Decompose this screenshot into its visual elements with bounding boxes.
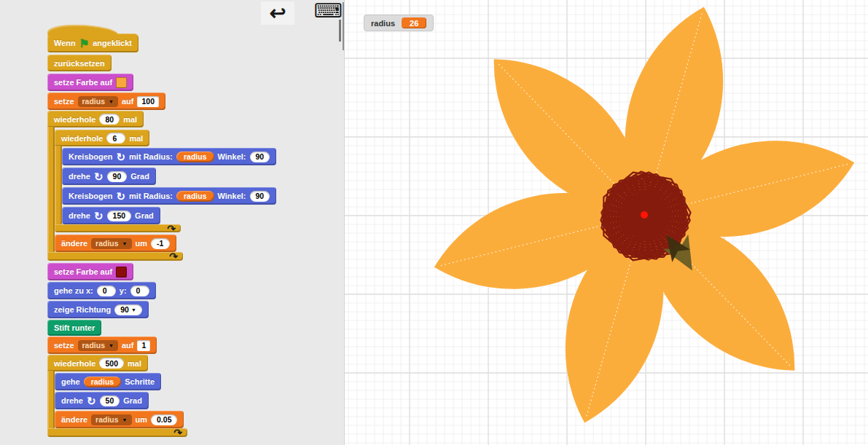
loop-arrow-icon: ↷ (167, 224, 176, 234)
dropdown-arrow-icon: ▼ (109, 343, 114, 348)
turn-clockwise-icon: ↻ (94, 171, 103, 182)
script-pane[interactable]: ↩ ⌨ Wenn⚑angeklicktzurücksetzensetze Far… (0, 0, 343, 445)
number-input[interactable]: 0 (130, 285, 149, 296)
block-label: Grad (135, 211, 154, 220)
block-label: setze (54, 97, 74, 106)
variable-dropdown-radius[interactable]: radius▼ (91, 238, 131, 249)
variable-dropdown-radius[interactable]: radius▼ (78, 96, 118, 107)
block-label: auf (122, 97, 134, 106)
block-label: gehe (61, 377, 80, 386)
block-turn-150[interactable]: drehe↻150Grad (62, 207, 160, 224)
block-label: setze (54, 341, 74, 350)
block-label: angeklickt (93, 39, 132, 47)
variable-dropdown-radius[interactable]: radius▼ (78, 340, 118, 351)
block-arc-2[interactable]: Kreisbogen↻mit Radius:radiusWinkel:90 (62, 187, 276, 205)
number-input[interactable]: 6 (106, 133, 125, 143)
block-label: Schritte (125, 377, 155, 386)
block-when-flag-clicked[interactable]: Wenn⚑angeklickt (47, 34, 138, 52)
block-label: mit Radius: (129, 192, 173, 200)
block-label: Grad (130, 172, 149, 181)
block-label: setze Farbe auf (54, 78, 112, 87)
turn-clockwise-icon: ↻ (117, 151, 126, 162)
block-label: Kreisbogen (69, 152, 113, 161)
block-reset[interactable]: zurücksetzen (47, 55, 112, 71)
block-label: y: (120, 286, 127, 295)
block-label: wiederhole (54, 115, 95, 124)
block-change-radius-005[interactable]: ändereradius▼um0.05 (55, 411, 184, 428)
color-swatch[interactable] (116, 267, 127, 277)
block-set-radius-1[interactable]: setzeradius▼auf1 (47, 336, 157, 354)
block-turn-50[interactable]: drehe↻50Grad (55, 392, 149, 409)
block-change-radius-minus1[interactable]: ändereradius▼um-1 (55, 235, 176, 252)
number-input[interactable]: 90 (250, 191, 270, 202)
number-input[interactable]: 0.05 (151, 414, 177, 425)
loop-arrow-icon: ↷ (173, 428, 182, 438)
block-label: Grad (123, 396, 142, 405)
block-label: mal (123, 115, 137, 124)
dropdown-arrow-icon: ▼ (109, 99, 114, 104)
repeat-6-bottom[interactable]: ↷ (55, 224, 181, 232)
block-label: Stift runter (54, 323, 95, 332)
green-flag-icon: ⚑ (79, 38, 89, 49)
turn-clockwise-icon: ↻ (87, 395, 96, 406)
number-input[interactable]: 500 (99, 358, 124, 369)
number-dropdown-input[interactable]: 90▼ (114, 304, 142, 315)
turn-clockwise-icon: ↻ (94, 210, 103, 221)
block-label: mal (129, 134, 143, 143)
block-set-pen-color-darkred[interactable]: setze Farbe auf (47, 263, 133, 280)
block-arc-1[interactable]: Kreisbogen↻mit Radius:radiusWinkel:90 (62, 148, 276, 165)
block-label: zurücksetzen (54, 59, 105, 68)
watcher-value: 26 (402, 17, 426, 28)
number-input[interactable]: 90 (107, 171, 128, 182)
number-input[interactable]: 80 (99, 114, 120, 125)
block-move-radius-steps[interactable]: geheradiusSchritte (55, 373, 161, 390)
variable-pill-radius[interactable]: radius (176, 191, 214, 202)
dropdown-arrow-icon: ▼ (122, 417, 128, 422)
variable-pill-radius[interactable]: radius (84, 377, 122, 387)
variable-watcher-radius[interactable]: radius 26 (364, 15, 434, 31)
block-repeat-500[interactable]: wiederhole500mal (47, 355, 148, 371)
block-label: Wenn (54, 39, 76, 47)
script-pane-scrollbar-thumb[interactable] (339, 20, 341, 42)
number-input[interactable]: -1 (151, 238, 170, 249)
stage[interactable]: radius 26 (344, 0, 868, 445)
number-input[interactable]: 150 (107, 210, 132, 221)
text-input[interactable]: 1 (137, 340, 150, 351)
block-label: gehe zu x: (54, 286, 93, 295)
number-input[interactable]: 50 (100, 395, 120, 406)
block-turn-90[interactable]: drehe↻90Grad (62, 168, 156, 185)
block-label: ändere (61, 415, 87, 424)
repeat-500-bottom[interactable]: ↷ (47, 428, 187, 437)
number-input[interactable]: 0 (97, 285, 116, 296)
text-input[interactable]: 100 (137, 96, 159, 107)
repeat-80-spine (47, 127, 55, 252)
repeat-500-spine (47, 371, 55, 428)
block-label: wiederhole (61, 134, 103, 143)
block-label: Kreisbogen (69, 192, 113, 200)
block-repeat-80[interactable]: wiederhole80mal (47, 111, 144, 127)
block-point-direction[interactable]: zeige Richtung90▼ (47, 301, 149, 318)
stage-canvas (345, 0, 868, 445)
block-set-pen-color-orange[interactable]: setze Farbe auf (47, 74, 133, 91)
block-label: mit Radius: (129, 152, 173, 161)
turn-clockwise-icon: ↻ (117, 191, 126, 202)
block-label: wiederhole (54, 359, 95, 368)
block-label: auf (122, 341, 134, 350)
color-swatch[interactable] (116, 77, 127, 88)
undo-button[interactable]: ↩ (261, 1, 294, 25)
number-input[interactable]: 90 (250, 151, 270, 162)
pen-center-dot (641, 211, 648, 218)
block-repeat-6[interactable]: wiederhole6mal (55, 130, 149, 146)
repeat-80-bottom[interactable]: ↷ (47, 252, 183, 261)
variable-pill-radius[interactable]: radius (176, 151, 214, 162)
keyboard-editing-button[interactable]: ⌨ (313, 0, 343, 22)
variable-dropdown-radius[interactable]: radius▼ (91, 414, 131, 425)
block-label: um (136, 415, 148, 424)
block-label: drehe (69, 211, 90, 220)
block-goto-xy[interactable]: gehe zu x:0y:0 (47, 282, 156, 299)
turtlestitch-window: ↩ ⌨ Wenn⚑angeklicktzurücksetzensetze Far… (0, 0, 868, 445)
block-pen-down[interactable]: Stift runter (47, 320, 101, 336)
block-set-radius-100[interactable]: setzeradius▼auf100 (47, 92, 165, 110)
loop-arrow-icon: ↷ (169, 251, 178, 261)
block-label: drehe (69, 172, 90, 181)
